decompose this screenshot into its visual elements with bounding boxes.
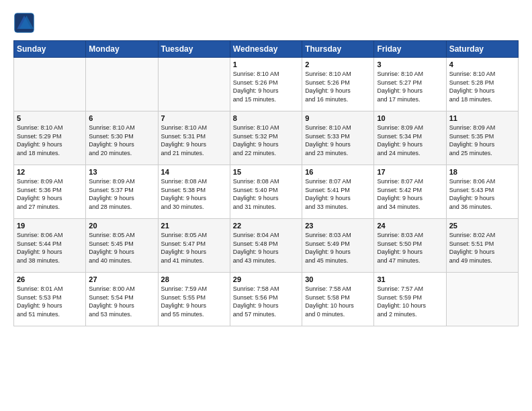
day-content: Sunrise: 8:07 AM Sunset: 5:41 PM Dayligh… [305, 177, 371, 211]
calendar-cell: 28Sunrise: 7:59 AM Sunset: 5:55 PM Dayli… [158, 273, 230, 326]
day-content: Sunrise: 8:08 AM Sunset: 5:40 PM Dayligh… [233, 177, 299, 211]
day-content: Sunrise: 8:10 AM Sunset: 5:33 PM Dayligh… [305, 124, 371, 157]
day-number: 28 [161, 275, 227, 283]
day-number: 2 [305, 60, 371, 68]
day-content: Sunrise: 8:01 AM Sunset: 5:53 PM Dayligh… [17, 285, 83, 318]
day-number: 9 [305, 114, 371, 122]
calendar-cell: 19Sunrise: 8:06 AM Sunset: 5:44 PM Dayli… [14, 219, 86, 273]
day-number: 21 [161, 222, 227, 230]
day-number: 5 [17, 114, 83, 122]
day-content: Sunrise: 8:05 AM Sunset: 5:45 PM Dayligh… [89, 231, 154, 265]
day-number: 14 [161, 168, 227, 176]
day-number: 20 [89, 222, 154, 230]
day-content: Sunrise: 8:00 AM Sunset: 5:54 PM Dayligh… [89, 285, 154, 318]
day-content: Sunrise: 8:10 AM Sunset: 5:26 PM Dayligh… [305, 70, 371, 103]
calendar-cell: 17Sunrise: 8:07 AM Sunset: 5:42 PM Dayli… [374, 165, 446, 219]
day-content: Sunrise: 8:09 AM Sunset: 5:37 PM Dayligh… [89, 177, 154, 211]
day-content: Sunrise: 8:02 AM Sunset: 5:51 PM Dayligh… [449, 231, 515, 265]
day-content: Sunrise: 8:06 AM Sunset: 5:43 PM Dayligh… [449, 177, 515, 211]
day-content: Sunrise: 8:10 AM Sunset: 5:29 PM Dayligh… [17, 124, 83, 157]
day-number: 22 [233, 222, 299, 230]
day-content: Sunrise: 8:10 AM Sunset: 5:30 PM Dayligh… [89, 124, 154, 157]
calendar-cell: 7Sunrise: 8:10 AM Sunset: 5:31 PM Daylig… [158, 111, 230, 165]
day-content: Sunrise: 8:09 AM Sunset: 5:36 PM Dayligh… [17, 177, 83, 211]
logo-icon [13, 12, 35, 34]
day-number: 16 [305, 168, 371, 176]
calendar-cell: 14Sunrise: 8:08 AM Sunset: 5:38 PM Dayli… [158, 165, 230, 219]
calendar-cell: 23Sunrise: 8:03 AM Sunset: 5:49 PM Dayli… [302, 219, 374, 273]
calendar-cell: 27Sunrise: 8:00 AM Sunset: 5:54 PM Dayli… [86, 273, 158, 326]
calendar-cell [86, 58, 158, 111]
calendar-cell: 2Sunrise: 8:10 AM Sunset: 5:26 PM Daylig… [302, 58, 374, 111]
week-row-5: 26Sunrise: 8:01 AM Sunset: 5:53 PM Dayli… [14, 273, 519, 326]
calendar-cell: 21Sunrise: 8:05 AM Sunset: 5:47 PM Dayli… [158, 219, 230, 273]
day-content: Sunrise: 8:07 AM Sunset: 5:42 PM Dayligh… [377, 177, 443, 211]
calendar-cell: 6Sunrise: 8:10 AM Sunset: 5:30 PM Daylig… [86, 111, 158, 165]
day-content: Sunrise: 7:58 AM Sunset: 5:56 PM Dayligh… [233, 285, 299, 318]
day-number: 25 [449, 222, 515, 230]
day-content: Sunrise: 8:10 AM Sunset: 5:26 PM Dayligh… [233, 70, 299, 103]
calendar-cell: 3Sunrise: 8:10 AM Sunset: 5:27 PM Daylig… [374, 58, 446, 111]
calendar-cell: 1Sunrise: 8:10 AM Sunset: 5:26 PM Daylig… [230, 58, 302, 111]
calendar-cell: 22Sunrise: 8:04 AM Sunset: 5:48 PM Dayli… [230, 219, 302, 273]
day-content: Sunrise: 8:03 AM Sunset: 5:50 PM Dayligh… [377, 231, 443, 265]
day-number: 30 [305, 275, 371, 283]
calendar-cell [446, 273, 518, 326]
day-number: 23 [305, 222, 371, 230]
day-number: 26 [17, 275, 83, 283]
week-row-3: 12Sunrise: 8:09 AM Sunset: 5:36 PM Dayli… [14, 165, 519, 219]
calendar-cell [14, 58, 86, 111]
calendar-cell: 15Sunrise: 8:08 AM Sunset: 5:40 PM Dayli… [230, 165, 302, 219]
calendar-cell: 10Sunrise: 8:09 AM Sunset: 5:34 PM Dayli… [374, 111, 446, 165]
day-number: 29 [233, 275, 299, 283]
day-content: Sunrise: 8:04 AM Sunset: 5:48 PM Dayligh… [233, 231, 299, 265]
weekday-header-saturday: Saturday [446, 41, 518, 58]
day-number: 17 [377, 168, 443, 176]
calendar-cell: 16Sunrise: 8:07 AM Sunset: 5:41 PM Dayli… [302, 165, 374, 219]
calendar-cell: 25Sunrise: 8:02 AM Sunset: 5:51 PM Dayli… [446, 219, 518, 273]
calendar-cell: 13Sunrise: 8:09 AM Sunset: 5:37 PM Dayli… [86, 165, 158, 219]
day-content: Sunrise: 8:09 AM Sunset: 5:35 PM Dayligh… [449, 124, 515, 157]
day-content: Sunrise: 7:59 AM Sunset: 5:55 PM Dayligh… [161, 285, 227, 318]
day-number: 7 [161, 114, 227, 122]
day-number: 31 [377, 275, 443, 283]
day-content: Sunrise: 7:57 AM Sunset: 5:59 PM Dayligh… [377, 285, 443, 318]
weekday-header-sunday: Sunday [14, 41, 86, 58]
day-content: Sunrise: 8:06 AM Sunset: 5:44 PM Dayligh… [17, 231, 83, 265]
day-content: Sunrise: 8:10 AM Sunset: 5:28 PM Dayligh… [449, 70, 515, 103]
calendar-cell: 30Sunrise: 7:58 AM Sunset: 5:58 PM Dayli… [302, 273, 374, 326]
day-content: Sunrise: 8:05 AM Sunset: 5:47 PM Dayligh… [161, 231, 227, 265]
day-number: 6 [89, 114, 154, 122]
day-number: 12 [17, 168, 83, 176]
calendar-cell: 12Sunrise: 8:09 AM Sunset: 5:36 PM Dayli… [14, 165, 86, 219]
week-row-1: 1Sunrise: 8:10 AM Sunset: 5:26 PM Daylig… [14, 58, 519, 111]
logo [13, 12, 38, 34]
calendar-cell: 31Sunrise: 7:57 AM Sunset: 5:59 PM Dayli… [374, 273, 446, 326]
week-row-2: 5Sunrise: 8:10 AM Sunset: 5:29 PM Daylig… [14, 111, 519, 165]
day-number: 15 [233, 168, 299, 176]
calendar-cell: 9Sunrise: 8:10 AM Sunset: 5:33 PM Daylig… [302, 111, 374, 165]
day-number: 24 [377, 222, 443, 230]
day-number: 8 [233, 114, 299, 122]
day-number: 10 [377, 114, 443, 122]
day-content: Sunrise: 7:58 AM Sunset: 5:58 PM Dayligh… [305, 285, 371, 318]
day-number: 27 [89, 275, 154, 283]
calendar-cell: 24Sunrise: 8:03 AM Sunset: 5:50 PM Dayli… [374, 219, 446, 273]
week-row-4: 19Sunrise: 8:06 AM Sunset: 5:44 PM Dayli… [14, 219, 519, 273]
weekday-header-wednesday: Wednesday [230, 41, 302, 58]
day-content: Sunrise: 8:10 AM Sunset: 5:31 PM Dayligh… [161, 124, 227, 157]
day-content: Sunrise: 8:10 AM Sunset: 5:27 PM Dayligh… [377, 70, 443, 103]
day-content: Sunrise: 8:10 AM Sunset: 5:32 PM Dayligh… [233, 124, 299, 157]
calendar-cell: 4Sunrise: 8:10 AM Sunset: 5:28 PM Daylig… [446, 58, 518, 111]
day-number: 3 [377, 60, 443, 68]
day-number: 11 [449, 114, 515, 122]
day-number: 4 [449, 60, 515, 68]
weekday-header-tuesday: Tuesday [158, 41, 230, 58]
calendar-cell: 18Sunrise: 8:06 AM Sunset: 5:43 PM Dayli… [446, 165, 518, 219]
page: SundayMondayTuesdayWednesdayThursdayFrid… [0, 0, 532, 338]
calendar-cell: 26Sunrise: 8:01 AM Sunset: 5:53 PM Dayli… [14, 273, 86, 326]
header [13, 12, 519, 34]
weekday-header-thursday: Thursday [302, 41, 374, 58]
day-content: Sunrise: 8:03 AM Sunset: 5:49 PM Dayligh… [305, 231, 371, 265]
day-number: 18 [449, 168, 515, 176]
